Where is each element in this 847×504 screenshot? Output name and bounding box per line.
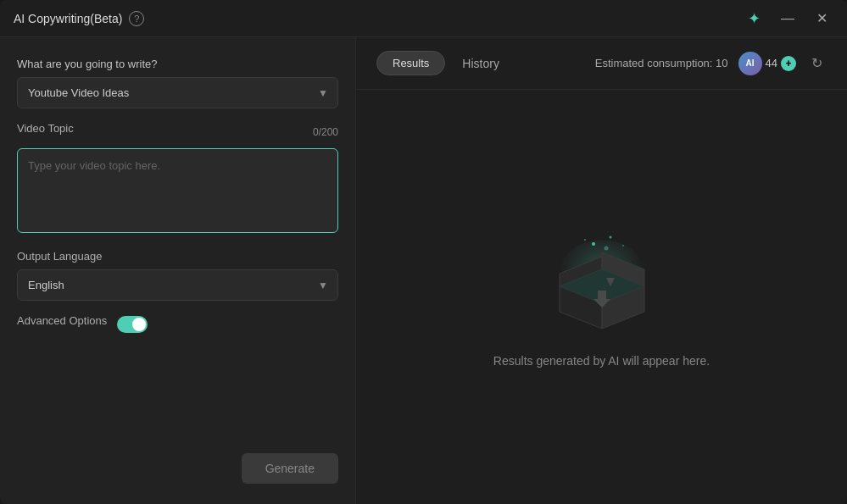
- title-bar: AI Copywriting(Beta) ? ✦ — ✕: [0, 0, 847, 37]
- video-topic-header: Video Topic 0/200: [17, 122, 338, 141]
- title-bar-left: AI Copywriting(Beta) ?: [14, 11, 144, 26]
- output-language-section: Output Language English Spanish French G…: [17, 250, 338, 301]
- minimize-button[interactable]: —: [776, 7, 800, 30]
- language-dropdown[interactable]: English Spanish French German: [17, 269, 338, 301]
- svg-point-10: [584, 239, 586, 241]
- credits-row: AI 44 +: [738, 52, 796, 75]
- empty-state-illustration: [543, 227, 661, 337]
- app-title: AI Copywriting(Beta): [14, 12, 122, 25]
- write-type-label: What are you going to write?: [17, 58, 338, 70]
- svg-point-8: [609, 235, 611, 238]
- right-panel: Results History Estimated consumption: 1…: [356, 37, 847, 504]
- left-panel: What are you going to write? Youtube Vid…: [0, 37, 356, 504]
- svg-point-7: [592, 242, 595, 246]
- video-topic-section: Video Topic 0/200: [17, 122, 338, 236]
- advanced-options-row: Advanced Options: [17, 314, 338, 334]
- output-language-label: Output Language: [17, 250, 338, 263]
- tab-results[interactable]: Results: [376, 51, 445, 75]
- write-type-section: What are you going to write? Youtube Vid…: [17, 58, 338, 108]
- tab-history[interactable]: History: [455, 52, 506, 75]
- svg-point-9: [622, 245, 624, 246]
- right-content: Results generated by AI will appear here…: [356, 90, 847, 504]
- help-icon[interactable]: ?: [129, 11, 144, 26]
- credits-count: 44: [766, 57, 777, 69]
- advanced-options-toggle[interactable]: [117, 316, 148, 333]
- generate-btn-wrapper: Generate: [17, 453, 338, 484]
- title-bar-right: ✦ — ✕: [742, 7, 833, 30]
- char-count: 0/200: [313, 126, 338, 138]
- language-dropdown-wrapper: English Spanish French German ▼: [17, 269, 338, 301]
- ai-badge: AI: [738, 52, 762, 75]
- video-topic-label: Video Topic: [17, 122, 74, 135]
- add-credits-button[interactable]: +: [781, 56, 796, 71]
- write-type-dropdown-wrapper: Youtube Video Ideas Blog Post Product De…: [17, 77, 338, 108]
- toggle-knob: [132, 318, 146, 331]
- main-layout: What are you going to write? Youtube Vid…: [0, 37, 847, 504]
- video-topic-input[interactable]: [17, 148, 338, 233]
- star-icon[interactable]: ✦: [742, 7, 766, 30]
- generate-button[interactable]: Generate: [242, 453, 338, 484]
- right-header: Results History Estimated consumption: 1…: [356, 37, 847, 90]
- svg-point-11: [604, 246, 608, 250]
- advanced-options-label: Advanced Options: [17, 314, 107, 327]
- close-button[interactable]: ✕: [810, 7, 833, 30]
- empty-state-text: Results generated by AI will appear here…: [493, 354, 710, 368]
- write-type-dropdown[interactable]: Youtube Video Ideas Blog Post Product De…: [17, 77, 338, 108]
- consumption-label: Estimated consumption: 10: [595, 57, 728, 69]
- refresh-button[interactable]: ↻: [806, 53, 827, 74]
